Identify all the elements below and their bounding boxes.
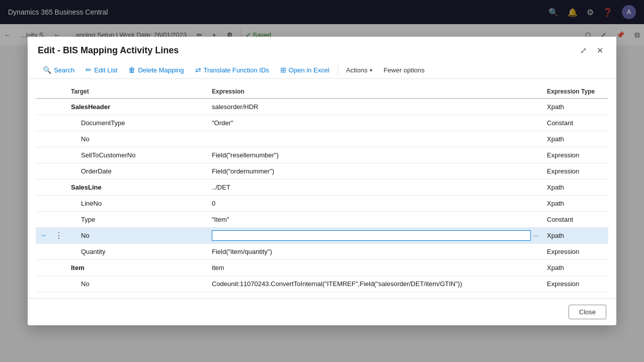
row-expression-cell: 0 [208,195,543,211]
row-menu-cell [51,115,67,131]
row-type-cell: Expression [543,276,608,292]
col-expression-header: Expression [208,85,543,99]
search-button[interactable]: 🔍 Search [38,63,79,76]
row-type-cell: Xpath [543,259,608,276]
row-arrow-cell [36,131,51,147]
row-expression-cell: Field("item/quantity") [208,243,543,259]
translate-icon: ⇄ [195,66,201,74]
table-row: ItemitemXpath [36,259,608,276]
table-row: OrderDateField("ordernummer")Expression [36,163,608,179]
open-excel-button[interactable]: ⊞ Open in Excel [275,63,335,76]
table-row: LineNo0Xpath [36,195,608,211]
row-type-cell: Xpath [543,195,608,211]
open-excel-label: Open in Excel [289,66,330,74]
row-arrow-cell [36,179,51,195]
row-arrow-cell [36,259,51,276]
table-row: DocumentType"Order"Constant [36,115,608,131]
modal-overlay: Edit - BIS Mapping Activity Lines ⤢ ✕ 🔍 … [0,0,644,362]
actions-chevron-icon: ▾ [370,67,372,73]
excel-icon: ⊞ [280,66,286,74]
row-type-cell: Xpath [543,131,608,147]
row-expression-cell: Codeunit:11070243.ConvertToInternal("ITE… [208,276,543,292]
row-arrow-cell [36,195,51,211]
row-arrow-cell [36,276,51,292]
row-type-cell: Expression [543,147,608,163]
row-arrow-cell [36,211,51,227]
row-target-cell: OrderDate [67,163,208,179]
close-button[interactable]: Close [569,305,606,319]
row-menu-cell [51,179,67,195]
row-arrow-cell [36,163,51,179]
delete-mapping-button[interactable]: 🗑 Delete Mapping [123,63,189,76]
row-arrow-cell [36,99,51,115]
row-menu-cell [51,211,67,227]
row-expression-cell: "Item" [208,211,543,227]
row-arrow-icon: → [40,231,47,239]
actions-menu-button[interactable]: Actions ▾ [341,64,378,76]
row-type-cell: Xpath [543,227,608,243]
row-expression-cell: "Order" [208,115,543,131]
table-row: SalesLine../DETXpath [36,179,608,195]
row-expression-cell[interactable]: ··· [208,227,543,243]
row-target-cell: SellToCustomerNo [67,147,208,163]
row-target-cell: SalesHeader [67,99,208,115]
toolbar-separator [338,64,338,76]
edit-list-button[interactable]: ✏ Edit List [80,63,122,76]
row-context-menu-icon[interactable]: ⋮ [55,231,63,240]
actions-label: Actions [346,66,368,74]
col-expander-header [51,85,67,99]
col-type-header: Expression Type [543,85,608,99]
translate-fn-button[interactable]: ⇄ Translate Function IDs [190,63,274,76]
expression-input[interactable] [212,230,531,241]
row-target-cell: LineNo [67,195,208,211]
expression-expand-icon[interactable]: ··· [533,231,539,239]
translate-fn-label: Translate Function IDs [204,66,269,74]
row-type-cell: Constant [543,115,608,131]
row-menu-cell [51,259,67,276]
table-row: SellToCustomerNoField("resellernumber")E… [36,147,608,163]
search-label: Search [54,66,74,74]
delete-mapping-label: Delete Mapping [138,66,184,74]
row-expression-cell: salesorder/HDR [208,99,543,115]
row-menu-cell [51,163,67,179]
table-row: SalesHeadersalesorder/HDRXpath [36,99,608,115]
table-row: NoCodeunit:11070243.ConvertToInternal("I… [36,276,608,292]
modal-footer: Close [28,298,616,325]
row-expression-cell: ../DET [208,179,543,195]
modal-expand-button[interactable]: ⤢ [577,45,590,56]
row-target-cell: SalesLine [67,179,208,195]
action-toolbar: 🔍 Search ✏ Edit List 🗑 Delete Mapping ⇄ … [38,61,606,78]
row-type-cell: Expression [543,243,608,259]
row-type-cell: Constant [543,211,608,227]
col-target-header: Target [67,85,208,99]
row-menu-cell [51,243,67,259]
row-target-cell: DocumentType [67,115,208,131]
row-target-cell: No [67,131,208,147]
modal-title-row: Edit - BIS Mapping Activity Lines ⤢ ✕ [38,45,606,56]
row-menu-cell[interactable]: ⋮ [51,227,67,243]
row-expression-cell: item [208,259,543,276]
fewer-options-button[interactable]: Fewer options [378,64,430,76]
modal-body: Target Expression Expression Type SalesH… [28,79,616,298]
row-target-cell: Item [67,259,208,276]
row-target-cell: No [67,227,208,243]
row-menu-cell [51,147,67,163]
modal-close-button[interactable]: ✕ [594,45,606,56]
table-row: NoXpath [36,131,608,147]
close-label: Close [579,308,596,316]
row-target-cell: Type [67,211,208,227]
row-menu-cell [51,99,67,115]
modal-header-icons: ⤢ ✕ [577,45,606,56]
row-expression-cell: Field("ordernummer") [208,163,543,179]
row-type-cell: Expression [543,163,608,179]
search-icon: 🔍 [43,66,51,74]
row-target-cell: No [67,276,208,292]
row-target-cell: Quantity [67,243,208,259]
row-menu-cell [51,276,67,292]
row-menu-cell [51,131,67,147]
edit-list-icon: ✏ [86,66,92,74]
table-row: →⋮No···Xpath [36,227,608,243]
row-menu-cell [51,195,67,211]
row-arrow-cell [36,147,51,163]
row-arrow-cell: → [36,227,51,243]
